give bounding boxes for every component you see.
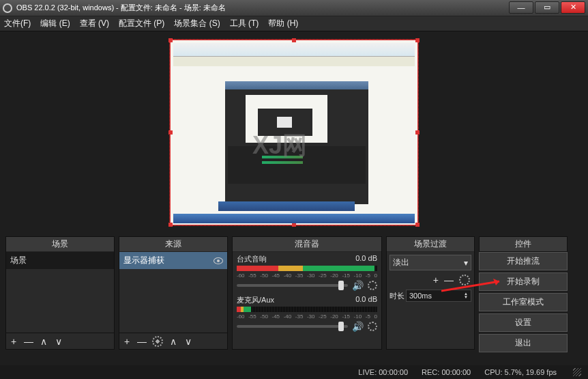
visibility-icon[interactable]	[214, 257, 223, 264]
controls-panel: 控件 开始推流 开始录制 工作室模式 设置 退出	[479, 236, 568, 350]
settings-button[interactable]: 设置	[479, 313, 568, 332]
menu-help[interactable]: 帮助 (H)	[268, 18, 298, 29]
resize-handle[interactable]	[415, 130, 420, 135]
channel-db: 0.0 dB	[355, 295, 377, 305]
resize-grip[interactable]	[573, 368, 581, 376]
status-bar: LIVE: 00:00:00 REC: 00:00:00 CPU: 5.7%, …	[0, 365, 588, 379]
resize-handle[interactable]	[415, 223, 420, 227]
remove-transition-button[interactable]: —	[444, 275, 454, 285]
scenes-header: 场景	[6, 237, 114, 252]
start-streaming-button[interactable]: 开始推流	[479, 252, 568, 270]
scenes-panel: 场景 场景 + — ∧ ∨	[5, 236, 115, 350]
mixer-header: 混音器	[233, 237, 381, 252]
mixer-panel: 混音器 台式音响 0.0 dB -60-55-50-45-40-35-30-25…	[232, 236, 382, 350]
volume-slider[interactable]	[237, 284, 348, 287]
controls-header: 控件	[479, 236, 568, 252]
menu-view[interactable]: 查看 (V)	[80, 18, 109, 29]
menu-edit[interactable]: 编辑 (E)	[40, 18, 70, 29]
channel-label: 台式音响	[237, 254, 267, 264]
preview-content	[173, 57, 415, 66]
watermark: XJ网	[252, 129, 307, 163]
source-down-button[interactable]: ∨	[183, 336, 193, 347]
channel-db: 0.0 dB	[355, 254, 377, 264]
sources-toolbar: + — ∧ ∨	[119, 333, 227, 349]
scene-item[interactable]: 场景	[6, 252, 114, 269]
duration-input[interactable]: 300ms ▲▼	[406, 290, 471, 302]
resize-handle[interactable]	[292, 38, 296, 42]
preview-content	[173, 43, 415, 57]
obs-icon	[3, 3, 12, 13]
transition-select[interactable]: 淡出 ▾	[389, 255, 471, 270]
add-source-button[interactable]: +	[122, 336, 132, 347]
mixer-body: 台式音响 0.0 dB -60-55-50-45-40-35-30-25-20-…	[233, 252, 381, 349]
studio-mode-button[interactable]: 工作室模式	[479, 293, 568, 311]
gear-icon[interactable]	[368, 281, 377, 290]
speaker-icon[interactable]: 🔊	[352, 280, 364, 291]
status-live: LIVE: 00:00:00	[358, 368, 408, 376]
maximize-button[interactable]: ▭	[535, 1, 559, 14]
remove-source-button[interactable]: —	[137, 336, 147, 347]
start-recording-button[interactable]: 开始录制	[479, 272, 568, 291]
vu-meter	[237, 266, 377, 271]
mixer-channel: 台式音响 0.0 dB -60-55-50-45-40-35-30-25-20-…	[233, 252, 381, 293]
remove-scene-button[interactable]: —	[24, 336, 33, 347]
menu-tools[interactable]: 工具 (T)	[230, 18, 259, 29]
preview-area[interactable]: XJ网	[0, 31, 588, 234]
status-rec: REC: 00:00:00	[422, 368, 471, 376]
sources-list[interactable]: 显示器捕获	[119, 252, 227, 333]
channel-label: 麦克风/Aux	[237, 295, 274, 305]
exit-button[interactable]: 退出	[479, 334, 568, 352]
transitions-body: 淡出 ▾ + — 时长 300ms ▲▼	[387, 252, 474, 305]
window-title: OBS 22.0.2 (32-bit, windows) - 配置文件: 未命名…	[16, 3, 509, 13]
window-buttons: — ▭ ✕	[509, 1, 585, 14]
menu-file[interactable]: 文件(F)	[4, 18, 31, 29]
transition-selected: 淡出	[393, 257, 409, 268]
sources-panel: 来源 显示器捕获 + — ∧ ∨	[119, 236, 228, 350]
preview-canvas[interactable]: XJ网	[170, 40, 418, 225]
menu-scene-collection[interactable]: 场景集合 (S)	[174, 18, 220, 29]
title-bar: OBS 22.0.2 (32-bit, windows) - 配置文件: 未命名…	[0, 0, 588, 16]
add-scene-button[interactable]: +	[9, 336, 18, 347]
spinner-buttons[interactable]: ▲▼	[464, 292, 468, 299]
resize-handle[interactable]	[168, 38, 173, 42]
minimize-button[interactable]: —	[509, 1, 533, 14]
mixer-channel: 麦克风/Aux 0.0 dB -60-55-50-45-40-35-30-25-…	[233, 293, 381, 334]
source-up-button[interactable]: ∧	[168, 336, 178, 347]
vu-meter	[237, 307, 377, 312]
preview-content	[218, 201, 355, 211]
scene-up-button[interactable]: ∧	[39, 336, 48, 347]
transitions-panel: 场景过渡 淡出 ▾ + — 时长 300ms ▲▼	[386, 236, 475, 350]
menu-profile[interactable]: 配置文件 (P)	[119, 18, 164, 29]
resize-handle[interactable]	[168, 223, 173, 227]
sources-header: 来源	[119, 237, 227, 252]
scenes-toolbar: + — ∧ ∨	[6, 333, 114, 349]
preview-content	[173, 214, 415, 223]
vu-ticks: -60-55-50-45-40-35-30-25-20-15-10-50	[237, 313, 377, 320]
scenes-list[interactable]: 场景	[6, 252, 114, 333]
chevron-down-icon: ▾	[464, 258, 468, 268]
menu-bar: 文件(F) 编辑 (E) 查看 (V) 配置文件 (P) 场景集合 (S) 工具…	[0, 16, 588, 31]
transitions-header: 场景过渡	[387, 237, 474, 252]
add-transition-button[interactable]: +	[433, 275, 439, 285]
scene-down-button[interactable]: ∨	[54, 336, 63, 347]
source-item[interactable]: 显示器捕获	[119, 252, 227, 269]
duration-value: 300ms	[409, 292, 432, 300]
close-button[interactable]: ✕	[561, 1, 585, 14]
resize-handle[interactable]	[168, 130, 173, 135]
vu-ticks: -60-55-50-45-40-35-30-25-20-15-10-50	[237, 272, 377, 279]
volume-slider[interactable]	[237, 325, 348, 328]
source-label: 显示器捕获	[123, 255, 164, 266]
resize-handle[interactable]	[415, 38, 420, 42]
gear-icon[interactable]	[368, 322, 377, 331]
panels-row: 场景 场景 + — ∧ ∨ 来源 显示器捕获 + — ∧ ∨ 混音器	[0, 234, 588, 350]
gear-icon[interactable]	[459, 275, 470, 285]
duration-label: 时长	[389, 291, 405, 301]
source-settings-button[interactable]	[152, 336, 163, 347]
speaker-icon[interactable]: 🔊	[352, 321, 364, 332]
status-cpu: CPU: 5.7%, 19.69 fps	[484, 368, 557, 376]
